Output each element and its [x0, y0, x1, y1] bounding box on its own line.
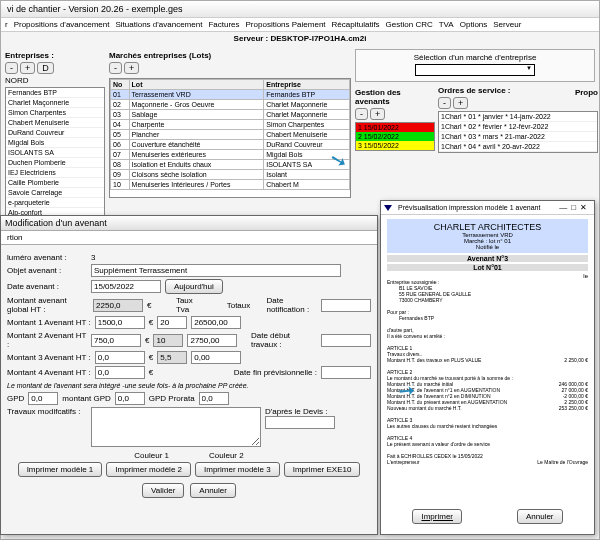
t1-input[interactable]: [157, 316, 187, 329]
imprimer-modele1-button[interactable]: Imprimer modèle 1: [18, 462, 103, 477]
valider-button[interactable]: Valider: [142, 483, 184, 498]
travaux-textarea[interactable]: [91, 407, 261, 447]
list-item[interactable]: Simon Charpentes: [6, 108, 104, 118]
ordre-item[interactable]: 1Charl * 01 * janvier * 14-janv-2022: [439, 112, 597, 122]
os-minus-button[interactable]: -: [438, 97, 451, 109]
table-row[interactable]: 10Menuiseries Intérieures / PortesChaber…: [111, 180, 350, 190]
app-icon: [384, 205, 392, 211]
table-row[interactable]: 09Cloisons sèche isolationIsolant: [111, 170, 350, 180]
datefin-label: Date fin prévisionnelle :: [234, 368, 317, 377]
lot-minus-button[interactable]: -: [109, 62, 122, 74]
gpd-input[interactable]: [28, 392, 58, 405]
table-row[interactable]: 05PlancherChabert Menuiserie: [111, 130, 350, 140]
menu-item[interactable]: Situations d'avancement: [115, 20, 202, 29]
table-row[interactable]: 03SablageCharlet Maçonnerie: [111, 110, 350, 120]
marche-combo[interactable]: [415, 64, 535, 76]
notifie-label: Notifié le: [390, 244, 585, 250]
menu-item[interactable]: Récapitulatifs: [332, 20, 380, 29]
aujourd-hui-button[interactable]: Aujourd'hui: [165, 279, 223, 294]
m4-input[interactable]: [95, 366, 145, 379]
t2-input[interactable]: [153, 334, 183, 347]
ordre-item[interactable]: 1Charl * 04 * avril * 20-avr-2022: [439, 142, 597, 152]
list-item[interactable]: Fernandes BTP: [6, 88, 104, 98]
t3-input[interactable]: [157, 351, 187, 364]
maximize-icon[interactable]: □: [571, 203, 580, 212]
datedeb-input[interactable]: [321, 334, 371, 347]
date-input[interactable]: [91, 280, 161, 293]
list-item[interactable]: Charlet Maçonnerie: [6, 98, 104, 108]
table-row[interactable]: 07Menuiseries extérieuresMigdal Bois: [111, 150, 350, 160]
imprimer-modele2-button[interactable]: Imprimer modèle 2: [106, 462, 191, 477]
list-item[interactable]: Migdal Bois: [6, 138, 104, 148]
list-item[interactable]: ISOLANTS SA: [6, 148, 104, 158]
avenant-item[interactable]: 2 15/02/2022: [356, 132, 434, 141]
mgpd-input[interactable]: [115, 392, 145, 405]
m1-input[interactable]: [95, 316, 145, 329]
list-item[interactable]: Caille Plomberie: [6, 178, 104, 188]
ete: Il a été convenu et arrêté :: [387, 333, 588, 339]
mtglob-label: Montant avenant global HT :: [7, 296, 89, 314]
euro-2: €: [149, 318, 153, 327]
list-item[interactable]: Savoie Carrelage: [6, 188, 104, 198]
lot-plus-button[interactable]: +: [124, 62, 139, 74]
m3-input[interactable]: [95, 351, 145, 364]
mtglob-input[interactable]: [93, 299, 143, 312]
list-item[interactable]: IEJ Electriciens: [6, 168, 104, 178]
ordre-item[interactable]: 1Charl * 02 * février * 12-févr-2022: [439, 122, 597, 132]
ent-d-button[interactable]: D: [37, 62, 54, 74]
menu-item[interactable]: r: [5, 20, 8, 29]
datefin-input[interactable]: [321, 366, 371, 379]
tot2-input[interactable]: [187, 334, 237, 347]
menu-item[interactable]: Propositions d'avancement: [14, 20, 110, 29]
avenant-item[interactable]: 3 15/05/2022: [356, 141, 434, 150]
ent-plus-button[interactable]: +: [20, 62, 35, 74]
menu-item[interactable]: Serveur: [493, 20, 521, 29]
minimize-icon[interactable]: —: [559, 203, 571, 212]
marches-label: Marchés entreprises (Lots): [109, 51, 351, 60]
menu-item[interactable]: Propositions Paiement: [246, 20, 326, 29]
os-plus-button[interactable]: +: [453, 97, 468, 109]
datenotif-input[interactable]: [321, 299, 371, 312]
imprimer-exe10-button[interactable]: Imprimer EXE10: [284, 462, 361, 477]
avenants-list[interactable]: 1 15/01/20222 15/02/20223 15/05/2022: [355, 122, 435, 151]
sig2: Le Maître de l'Ouvrage: [537, 459, 588, 465]
tot1-input[interactable]: [191, 316, 241, 329]
lots-table[interactable]: No Lot Entreprise 01Terrassement VRDFern…: [109, 78, 351, 198]
ent-minus-button[interactable]: -: [5, 62, 18, 74]
table-row[interactable]: 06Couverture étanchéitéDuRand Couvreur: [111, 140, 350, 150]
list-item[interactable]: Duchen Plomberie: [6, 158, 104, 168]
imprimer-button[interactable]: Imprimer: [412, 509, 462, 524]
ordres-list[interactable]: 1Charl * 01 * janvier * 14-janv-20221Cha…: [438, 111, 598, 153]
av-plus-button[interactable]: +: [370, 108, 385, 120]
list-item[interactable]: Chabert Menuiserie: [6, 118, 104, 128]
m2-input[interactable]: [91, 334, 141, 347]
imprimer-modele3-button[interactable]: Imprimer modèle 3: [195, 462, 280, 477]
list-item[interactable]: DuRand Couvreur: [6, 128, 104, 138]
menu-item[interactable]: TVA: [439, 20, 454, 29]
annuler-button[interactable]: Annuler: [190, 483, 236, 498]
avenant-item[interactable]: 1 15/01/2022: [356, 123, 434, 132]
menu-item[interactable]: Options: [460, 20, 488, 29]
objet-input[interactable]: [91, 264, 341, 277]
dlg1-title: Modification d'un avenant: [1, 216, 377, 231]
ordre-item[interactable]: 1Charl * 03 * mars * 21-mar-2022: [439, 132, 597, 142]
menu-item[interactable]: Factures: [208, 20, 239, 29]
gpdp-input[interactable]: [199, 392, 229, 405]
devis-label: D'après le Devis :: [265, 407, 335, 416]
menu-item[interactable]: Gestion CRC: [386, 20, 433, 29]
table-row[interactable]: 02Maçonnerie - Gros OeuvreCharlet Maçonn…: [111, 100, 350, 110]
list-item[interactable]: e-parqueterie: [6, 198, 104, 208]
tot3-input[interactable]: [191, 351, 241, 364]
dlg1-tab[interactable]: rtion: [1, 231, 377, 245]
ordres-label: Ordres de service :: [438, 86, 510, 95]
table-row[interactable]: 01Terrassement VRDFernandes BTP: [111, 90, 350, 100]
table-row[interactable]: 04CharpenteSimon Charpentes: [111, 120, 350, 130]
fern: Fernandes BTP: [387, 315, 588, 321]
table-row[interactable]: 08Isolation et Enduits chauxISOLANTS SA: [111, 160, 350, 170]
av-minus-button[interactable]: -: [355, 108, 368, 120]
propo-label: Propo: [575, 88, 598, 97]
close-icon[interactable]: ✕: [580, 203, 591, 212]
annuler2-button[interactable]: Annuler: [517, 509, 563, 524]
devis-input[interactable]: [265, 416, 335, 429]
art3txt: Les autres clauses du marché restent inc…: [387, 423, 588, 429]
